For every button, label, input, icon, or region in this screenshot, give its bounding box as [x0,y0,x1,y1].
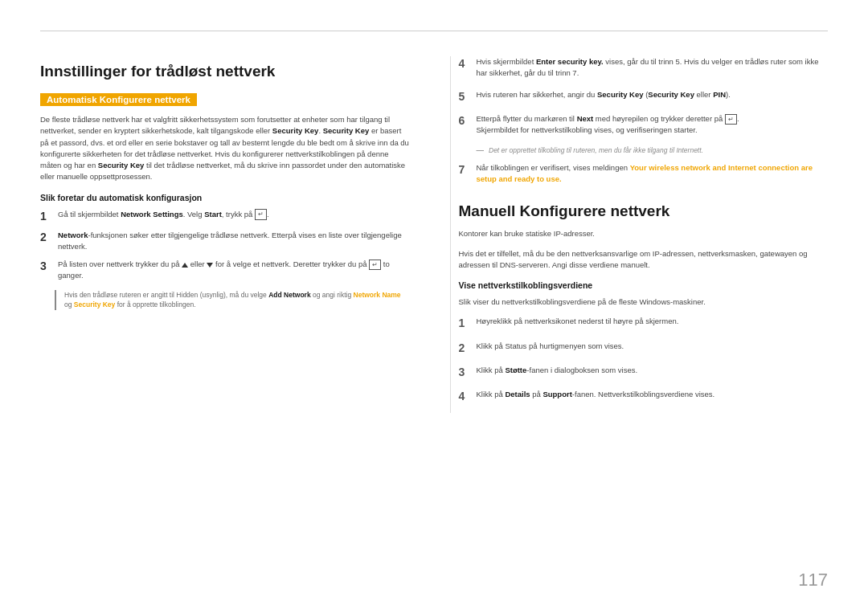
security-key-ref6: Security Key [648,90,694,99]
step-1-num: 1 [40,209,51,223]
step-6: 6 Etterpå flytter du markøren til Next m… [459,113,829,137]
step-4-text: Hvis skjermbildet Enter security key. vi… [477,56,829,80]
step-1: 1 Gå til skjermbildet Network Settings. … [40,209,410,223]
dash-note-text: Det er opprettet tilkobling til ruteren,… [489,145,703,156]
step-1-text: Gå til skjermbildet Network Settings. Ve… [58,209,410,220]
page: Innstillinger for trådløst nettverk Auto… [0,0,868,613]
dash-note: — Det er opprettet tilkobling til rutere… [477,145,829,156]
manuell-intro1: Kontorer kan bruke statiske IP-adresser. [459,228,829,239]
step-3: 3 På listen over nettverk trykker du på … [40,259,410,282]
network-settings-ref: Network Settings [121,210,183,219]
enter-security-key-ref: Enter security key. [536,57,604,66]
vise-body: Slik viser du nettverkstilkoblingsverdie… [459,296,829,308]
enter-icon: ↵ [255,209,267,219]
note-text: Hvis den trådløse ruteren er angitt til … [64,290,410,311]
top-divider [40,31,828,31]
step-7: 7 Når tilkoblingen er verifisert, vises … [459,162,829,186]
network-name-ref: Network Name [354,291,401,299]
step-2-num: 2 [40,230,51,244]
manuell-step-1: 1 Høyreklikk på nettverksikonet nederst … [459,316,829,330]
step-5-num: 5 [459,89,470,104]
security-key-ref1: Security Key [272,126,319,135]
step-4-num: 4 [459,56,470,71]
manuell-step-3-text: Klikk på Støtte-fanen i dialogboksen som… [477,365,829,376]
step-7-num: 7 [459,162,470,177]
next-ref: Next [577,114,594,123]
security-key-ref3: Security Key [98,161,145,170]
start-ref: Start [204,210,222,219]
stoette-ref: Støtte [505,366,526,374]
subsection-title: Slik foretar du automatisk konfigurasjon [40,193,410,202]
left-column: Innstillinger for trådløst nettverk Auto… [40,56,418,413]
manuell-step-1-text: Høyreklikk på nettverksikonet nederst ti… [477,316,829,327]
enter-icon-3: ↵ [725,114,737,125]
network-ref: Network [58,231,88,239]
step-3-num: 3 [40,259,51,273]
step-6-subtext: Skjermbildet for nettverkstilkobling vis… [477,125,698,134]
manuell-intro2: Hvis det er tilfellet, må du be den nett… [459,248,829,272]
step-7-text: Når tilkoblingen er verifisert, vises me… [477,162,829,186]
support-ref: Support [542,390,571,398]
step-2-text: Network-funksjonen søker etter tilgjenge… [58,230,410,253]
step-6-num: 6 [459,113,470,128]
vise-subtitle: Vise nettverkstilkoblingsverdiene [459,280,829,290]
security-key-ref4: Security Key [74,300,116,309]
manuell-step-3-num: 3 [459,365,470,379]
success-message: Your wireless network and Internet conne… [477,163,813,183]
manuell-step-4-num: 4 [459,389,470,403]
pin-ref: PIN [713,90,726,99]
arrow-down-icon [207,263,213,268]
step-6-text: Etterpå flytter du markøren til Next med… [477,113,829,137]
manuell-step-3: 3 Klikk på Støtte-fanen i dialogboksen s… [459,365,829,379]
security-key-ref5: Security Key [597,90,644,99]
manuell-step-1-num: 1 [459,316,470,330]
arrow-up-icon [182,263,188,268]
auto-body: De fleste trådløse nettverk har et valgf… [40,114,410,183]
details-ref: Details [505,390,530,398]
step-3-text: På listen over nettverk trykker du på el… [58,259,410,282]
note-block: Hvis den trådløse ruteren er angitt til … [55,290,410,311]
manuell-title: Manuell Konfigurere nettverk [459,202,829,220]
manuell-step-2-num: 2 [459,341,470,355]
step-2: 2 Network-funksjonen søker etter tilgjen… [40,230,410,253]
auto-subtitle: Automatisk Konfigurere nettverk [40,93,197,106]
step-5: 5 Hvis ruteren har sikkerhet, angir du S… [459,89,829,104]
main-title: Innstillinger for trådløst nettverk [40,63,410,80]
enter-icon-2: ↵ [369,260,381,270]
step-4: 4 Hvis skjermbildet Enter security key. … [459,56,829,80]
manuell-section: Manuell Konfigurere nettverk Kontorer ka… [459,202,829,403]
right-column: 4 Hvis skjermbildet Enter security key. … [450,56,829,413]
page-number: 117 [798,570,828,591]
manuell-step-2: 2 Klikk på Status på hurtigmenyen som vi… [459,341,829,355]
dash-symbol: — [477,145,485,156]
security-key-ref2: Security Key [323,126,370,135]
manuell-step-2-text: Klikk på Status på hurtigmenyen som vise… [477,341,829,352]
add-network-ref: Add Network [268,291,310,299]
manuell-step-4: 4 Klikk på Details på Support-fanen. Net… [459,389,829,403]
auto-section: Automatisk Konfigurere nettverk De flest… [40,92,410,183]
manuell-step-4-text: Klikk på Details på Support-fanen. Nettv… [477,389,829,400]
step-5-text: Hvis ruteren har sikkerhet, angir du Sec… [477,89,829,100]
